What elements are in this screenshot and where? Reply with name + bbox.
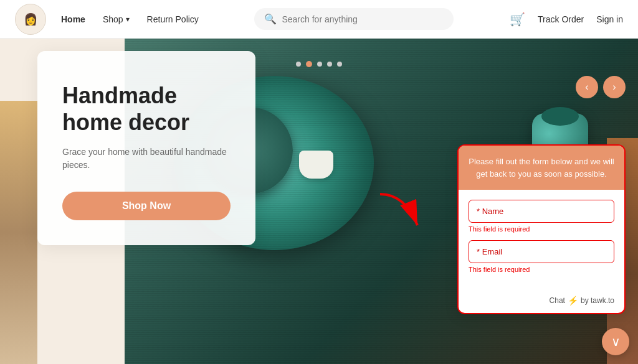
- chat-label: Chat: [550, 296, 565, 305]
- logo: 👩: [15, 4, 46, 35]
- chat-widget: Please fill out the form below and we wi…: [457, 144, 626, 314]
- email-input[interactable]: [469, 240, 614, 263]
- name-input[interactable]: [469, 200, 614, 223]
- carousel-arrows: ‹ ›: [576, 76, 626, 98]
- search-icon: 🔍: [264, 13, 277, 25]
- chat-bubble-button[interactable]: ∨: [602, 328, 629, 355]
- chat-header-text: Please fill out the form below and we wi…: [469, 156, 614, 180]
- hero-title: Handmade home decor: [62, 82, 231, 136]
- prev-arrow-button[interactable]: ‹: [576, 76, 598, 98]
- tawk-logo: Chat ⚡ by tawk.to: [550, 296, 614, 306]
- main-content: ‹ › Handmade home decor Grace your home …: [0, 39, 638, 364]
- chat-widget-footer: Chat ⚡ by tawk.to: [459, 291, 624, 313]
- main-nav: Home Shop ▾ Return Policy: [61, 14, 199, 24]
- name-error: This field is required: [469, 225, 614, 233]
- nav-home[interactable]: Home: [61, 14, 85, 24]
- chevron-down-icon: ▾: [126, 15, 130, 24]
- name-field-group: This field is required: [469, 200, 614, 233]
- carousel-dot-5[interactable]: [337, 62, 342, 67]
- tawk-bolt-icon: ⚡: [568, 296, 578, 306]
- red-arrow-pointer: [374, 188, 424, 238]
- email-error: This field is required: [469, 266, 614, 273]
- cart-icon[interactable]: 🛒: [510, 12, 525, 27]
- sign-in-link[interactable]: Sign in: [596, 14, 623, 24]
- carousel-dot-3[interactable]: [317, 62, 322, 67]
- next-arrow-button[interactable]: ›: [603, 76, 626, 98]
- shop-now-button[interactable]: Shop Now: [62, 192, 231, 220]
- search-input-wrap: 🔍: [254, 8, 454, 30]
- header: 👩 Home Shop ▾ Return Policy 🔍 🛒 Track Or…: [0, 0, 638, 39]
- nav-return-policy[interactable]: Return Policy: [147, 14, 199, 24]
- carousel-dot-1[interactable]: [296, 62, 301, 67]
- carousel-dot-4[interactable]: [327, 62, 332, 67]
- hero-subtitle: Grace your home with beautiful handmade …: [62, 146, 231, 172]
- hero-card: Handmade home decor Grace your home with…: [37, 51, 255, 245]
- left-decoration: [0, 101, 37, 364]
- teal-jar-top: [541, 107, 579, 126]
- track-order-link[interactable]: Track Order: [538, 14, 584, 24]
- nav-shop[interactable]: Shop ▾: [103, 14, 130, 24]
- carousel-dots: [296, 61, 342, 67]
- chat-widget-header: Please fill out the form below and we wi…: [459, 146, 624, 190]
- chat-widget-body: This field is required This field is req…: [459, 190, 624, 291]
- carousel-dot-2[interactable]: [306, 61, 312, 67]
- logo-icon: 👩: [24, 12, 37, 26]
- search-input[interactable]: [282, 14, 444, 24]
- small-cup-decoration: [299, 151, 333, 179]
- header-right: 🛒 Track Order Sign in: [510, 12, 623, 27]
- tawk-by-label: by tawk.to: [581, 296, 614, 305]
- email-field-group: This field is required: [469, 240, 614, 273]
- search-bar: 🔍: [217, 8, 491, 30]
- chat-bubble-icon: ∨: [611, 334, 621, 349]
